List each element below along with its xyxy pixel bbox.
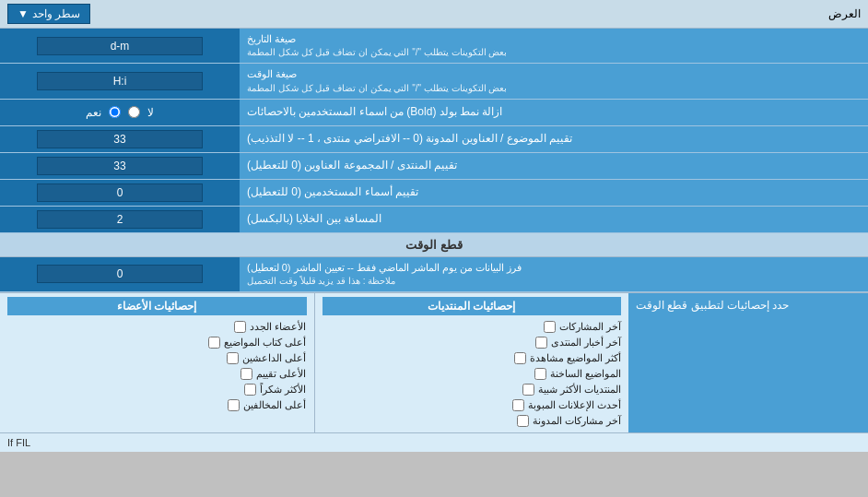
forum-group-input[interactable]: 33 (37, 157, 203, 175)
stat-item: أكثر المواضيع مشاهدة (323, 350, 622, 366)
time-cut-input-wrapper: 0 (0, 257, 240, 291)
topics-count-input-wrapper: 33 (0, 126, 240, 152)
time-format-input[interactable]: H:i (37, 72, 203, 90)
stats-container: حدد إحصائيات لتطبيق قطع الوقت إحصائيات ا… (0, 292, 868, 432)
stat-checkbox[interactable] (517, 415, 529, 427)
time-cut-input[interactable]: 0 (37, 265, 203, 283)
col1-header: إحصائيات المنتديات (323, 297, 622, 315)
stat-label: أعلى المخالفين (243, 399, 306, 411)
bold-remove-label: ازالة نمط بولد (Bold) من اسماء المستخدمي… (240, 100, 868, 125)
stat-label: أحدث الإعلانات المبوبة (528, 399, 621, 411)
stat-label: المنتديات الأكثر شبية (538, 384, 621, 396)
stat-label: آخر المشاركات (559, 321, 621, 333)
topics-count-input[interactable]: 33 (37, 130, 203, 148)
stat-label: أعلى كتاب المواضيع (224, 337, 306, 349)
display-label: العرض (828, 7, 861, 20)
stat-label: الأكثر شكراً (260, 384, 306, 396)
stat-checkbox[interactable] (208, 337, 220, 349)
stat-checkbox[interactable] (228, 399, 240, 411)
dropdown-arrow-icon: ▼ (18, 7, 29, 20)
date-format-row: صيغة التاريخ بعض التكوينات يتطلب "/" الت… (0, 29, 868, 64)
stat-checkbox[interactable] (227, 352, 239, 364)
dropdown-label: سطر واحد (32, 7, 80, 20)
stat-item: أحدث الإعلانات المبوبة (323, 397, 622, 413)
stats-col-members: إحصائيات الأعضاء الأعضاء الجدد أعلى كتاب… (0, 293, 314, 432)
top-row: العرض سطر واحد ▼ (0, 0, 868, 29)
stat-label: أكثر المواضيع مشاهدة (530, 352, 621, 364)
users-names-input[interactable]: 0 (37, 183, 203, 202)
stat-item: أعلى كتاب المواضيع (7, 335, 307, 350)
cell-spacing-label: المسافة بين الخلايا (بالبكسل) (240, 207, 868, 232)
time-format-row: صيغة الوقت بعض التكوينات يتطلب "/" التي … (0, 64, 868, 99)
topics-count-label: تقييم الموضوع / العناوين المدونة (0 -- ا… (240, 126, 868, 152)
stat-checkbox[interactable] (522, 384, 534, 396)
stat-item: أعلى الداعشين (7, 350, 307, 366)
note-text: If FIL (0, 432, 868, 452)
cell-spacing-row: المسافة بين الخلايا (بالبكسل) 2 (0, 207, 868, 233)
time-cut-row: فرز البيانات من يوم الماشر الماضي فقط --… (0, 257, 868, 292)
forum-group-input-wrapper: 33 (0, 153, 240, 179)
dropdown-button[interactable]: سطر واحد ▼ (7, 4, 90, 24)
stat-checkbox[interactable] (535, 337, 547, 349)
stat-label: الأعضاء الجدد (250, 321, 306, 333)
users-names-label: تقييم أسماء المستخدمين (0 للتعطيل) (240, 180, 868, 206)
date-format-input-wrapper: d-m (0, 29, 240, 63)
topics-count-row: تقييم الموضوع / العناوين المدونة (0 -- ا… (0, 126, 868, 153)
date-format-label: صيغة التاريخ بعض التكوينات يتطلب "/" الت… (240, 29, 868, 63)
users-names-input-wrapper: 0 (0, 180, 240, 206)
users-names-row: تقييم أسماء المستخدمين (0 للتعطيل) 0 (0, 180, 868, 207)
bold-remove-input-wrapper: لا نعم (0, 100, 240, 125)
bold-remove-row: ازالة نمط بولد (Bold) من اسماء المستخدمي… (0, 100, 868, 126)
cell-spacing-input[interactable]: 2 (37, 210, 203, 229)
stat-item: أعلى المخالفين (7, 397, 307, 413)
stat-item: المنتديات الأكثر شبية (323, 382, 622, 397)
stats-col-forums: إحصائيات المنتديات آخر المشاركات آخر أخب… (314, 293, 629, 432)
time-cut-label: فرز البيانات من يوم الماشر الماضي فقط --… (240, 257, 868, 291)
radio-no-label: لا (147, 106, 154, 119)
stat-item: الأعلى تقييم (7, 366, 307, 382)
date-format-input[interactable]: d-m (37, 37, 203, 55)
stat-checkbox[interactable] (514, 352, 526, 364)
forum-group-row: تقييم المنتدى / المجموعة العناوين (0 للت… (0, 153, 868, 180)
time-format-label: صيغة الوقت بعض التكوينات يتطلب "/" التي … (240, 64, 868, 98)
stat-label: آخر أخبار المنتدى (551, 337, 621, 349)
stat-label: المواضيع الساخنة (550, 368, 621, 380)
time-cut-header: قطع الوقت (0, 233, 868, 257)
stat-label: آخر مشاركات المدونة (533, 415, 621, 427)
stats-columns: إحصائيات المنتديات آخر المشاركات آخر أخب… (0, 293, 628, 432)
stat-checkbox[interactable] (240, 368, 252, 380)
main-container: العرض سطر واحد ▼ صيغة التاريخ بعض التكوي… (0, 0, 868, 452)
stat-checkbox[interactable] (234, 321, 246, 333)
stat-checkbox[interactable] (544, 321, 556, 333)
stat-item: الأكثر شكراً (7, 382, 307, 397)
stat-item: الأعضاء الجدد (7, 319, 307, 335)
stat-item: المواضيع الساخنة (323, 366, 622, 382)
stat-checkbox[interactable] (512, 399, 524, 411)
stat-checkbox[interactable] (244, 384, 256, 396)
cell-spacing-input-wrapper: 2 (0, 207, 240, 232)
radio-yes[interactable] (109, 106, 121, 118)
stat-item: آخر أخبار المنتدى (323, 335, 622, 350)
stat-item: آخر مشاركات المدونة (323, 413, 622, 429)
bold-radio-group: لا نعم (86, 106, 154, 119)
forum-group-label: تقييم المنتدى / المجموعة العناوين (0 للت… (240, 153, 868, 179)
stat-label: الأعلى تقييم (256, 368, 306, 380)
time-format-input-wrapper: H:i (0, 64, 240, 98)
radio-no[interactable] (128, 106, 140, 118)
stats-limit-label: حدد إحصائيات لتطبيق قطع الوقت (628, 293, 868, 432)
radio-yes-label: نعم (86, 106, 101, 119)
col2-header: إحصائيات الأعضاء (7, 297, 307, 315)
stat-label: أعلى الداعشين (242, 352, 306, 364)
stat-checkbox[interactable] (534, 368, 546, 380)
stat-item: آخر المشاركات (323, 319, 622, 335)
